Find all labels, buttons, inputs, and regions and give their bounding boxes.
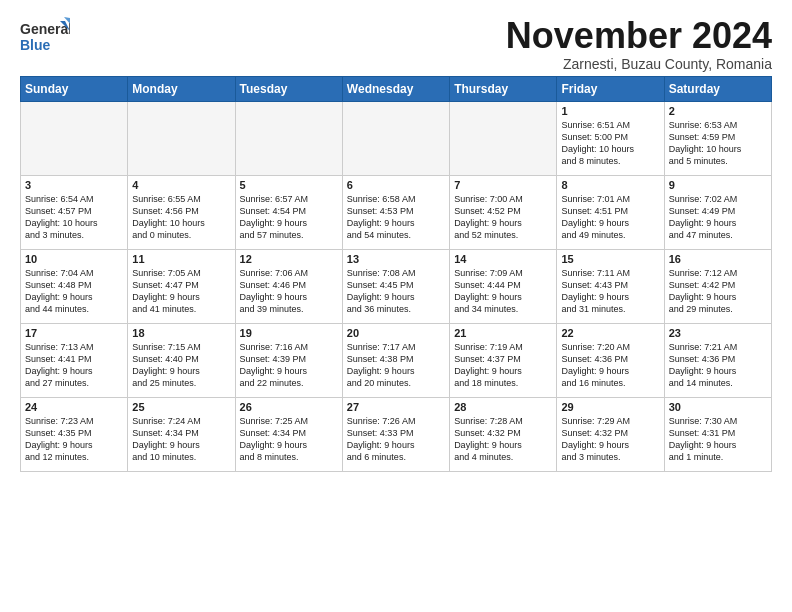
day-number: 18 bbox=[132, 327, 230, 339]
day-cell: 6Sunrise: 6:58 AM Sunset: 4:53 PM Daylig… bbox=[342, 175, 449, 249]
day-cell: 20Sunrise: 7:17 AM Sunset: 4:38 PM Dayli… bbox=[342, 323, 449, 397]
svg-text:Blue: Blue bbox=[20, 37, 51, 53]
day-number: 15 bbox=[561, 253, 659, 265]
col-friday: Friday bbox=[557, 76, 664, 101]
day-number: 4 bbox=[132, 179, 230, 191]
day-info: Sunrise: 7:08 AM Sunset: 4:45 PM Dayligh… bbox=[347, 267, 445, 316]
day-cell: 4Sunrise: 6:55 AM Sunset: 4:56 PM Daylig… bbox=[128, 175, 235, 249]
day-number: 30 bbox=[669, 401, 767, 413]
day-cell bbox=[450, 101, 557, 175]
week-row-3: 17Sunrise: 7:13 AM Sunset: 4:41 PM Dayli… bbox=[21, 323, 772, 397]
day-number: 3 bbox=[25, 179, 123, 191]
day-number: 19 bbox=[240, 327, 338, 339]
day-info: Sunrise: 7:05 AM Sunset: 4:47 PM Dayligh… bbox=[132, 267, 230, 316]
day-cell bbox=[21, 101, 128, 175]
day-number: 9 bbox=[669, 179, 767, 191]
day-cell: 28Sunrise: 7:28 AM Sunset: 4:32 PM Dayli… bbox=[450, 397, 557, 471]
day-cell: 22Sunrise: 7:20 AM Sunset: 4:36 PM Dayli… bbox=[557, 323, 664, 397]
day-info: Sunrise: 6:53 AM Sunset: 4:59 PM Dayligh… bbox=[669, 119, 767, 168]
day-cell: 23Sunrise: 7:21 AM Sunset: 4:36 PM Dayli… bbox=[664, 323, 771, 397]
day-number: 7 bbox=[454, 179, 552, 191]
day-cell: 29Sunrise: 7:29 AM Sunset: 4:32 PM Dayli… bbox=[557, 397, 664, 471]
day-info: Sunrise: 7:00 AM Sunset: 4:52 PM Dayligh… bbox=[454, 193, 552, 242]
day-info: Sunrise: 7:26 AM Sunset: 4:33 PM Dayligh… bbox=[347, 415, 445, 464]
day-number: 11 bbox=[132, 253, 230, 265]
day-cell: 30Sunrise: 7:30 AM Sunset: 4:31 PM Dayli… bbox=[664, 397, 771, 471]
day-cell: 17Sunrise: 7:13 AM Sunset: 4:41 PM Dayli… bbox=[21, 323, 128, 397]
header-row: Sunday Monday Tuesday Wednesday Thursday… bbox=[21, 76, 772, 101]
calendar-table: Sunday Monday Tuesday Wednesday Thursday… bbox=[20, 76, 772, 472]
day-cell: 12Sunrise: 7:06 AM Sunset: 4:46 PM Dayli… bbox=[235, 249, 342, 323]
day-cell bbox=[128, 101, 235, 175]
day-cell: 2Sunrise: 6:53 AM Sunset: 4:59 PM Daylig… bbox=[664, 101, 771, 175]
day-number: 13 bbox=[347, 253, 445, 265]
day-number: 2 bbox=[669, 105, 767, 117]
day-number: 26 bbox=[240, 401, 338, 413]
day-info: Sunrise: 7:23 AM Sunset: 4:35 PM Dayligh… bbox=[25, 415, 123, 464]
day-info: Sunrise: 6:51 AM Sunset: 5:00 PM Dayligh… bbox=[561, 119, 659, 168]
day-number: 1 bbox=[561, 105, 659, 117]
week-row-1: 3Sunrise: 6:54 AM Sunset: 4:57 PM Daylig… bbox=[21, 175, 772, 249]
day-cell: 10Sunrise: 7:04 AM Sunset: 4:48 PM Dayli… bbox=[21, 249, 128, 323]
day-cell: 5Sunrise: 6:57 AM Sunset: 4:54 PM Daylig… bbox=[235, 175, 342, 249]
day-number: 17 bbox=[25, 327, 123, 339]
day-cell: 8Sunrise: 7:01 AM Sunset: 4:51 PM Daylig… bbox=[557, 175, 664, 249]
day-number: 24 bbox=[25, 401, 123, 413]
logo: GeneralBlue bbox=[20, 16, 70, 56]
col-tuesday: Tuesday bbox=[235, 76, 342, 101]
day-cell: 7Sunrise: 7:00 AM Sunset: 4:52 PM Daylig… bbox=[450, 175, 557, 249]
day-info: Sunrise: 6:58 AM Sunset: 4:53 PM Dayligh… bbox=[347, 193, 445, 242]
day-info: Sunrise: 7:12 AM Sunset: 4:42 PM Dayligh… bbox=[669, 267, 767, 316]
day-number: 10 bbox=[25, 253, 123, 265]
day-cell: 25Sunrise: 7:24 AM Sunset: 4:34 PM Dayli… bbox=[128, 397, 235, 471]
day-number: 5 bbox=[240, 179, 338, 191]
day-info: Sunrise: 7:02 AM Sunset: 4:49 PM Dayligh… bbox=[669, 193, 767, 242]
page: GeneralBlue November 2024 Zarnesti, Buza… bbox=[0, 0, 792, 482]
day-cell: 15Sunrise: 7:11 AM Sunset: 4:43 PM Dayli… bbox=[557, 249, 664, 323]
col-monday: Monday bbox=[128, 76, 235, 101]
day-number: 20 bbox=[347, 327, 445, 339]
day-info: Sunrise: 7:29 AM Sunset: 4:32 PM Dayligh… bbox=[561, 415, 659, 464]
day-info: Sunrise: 7:28 AM Sunset: 4:32 PM Dayligh… bbox=[454, 415, 552, 464]
day-info: Sunrise: 7:25 AM Sunset: 4:34 PM Dayligh… bbox=[240, 415, 338, 464]
header: GeneralBlue November 2024 Zarnesti, Buza… bbox=[20, 16, 772, 72]
day-info: Sunrise: 7:24 AM Sunset: 4:34 PM Dayligh… bbox=[132, 415, 230, 464]
day-number: 22 bbox=[561, 327, 659, 339]
day-cell: 19Sunrise: 7:16 AM Sunset: 4:39 PM Dayli… bbox=[235, 323, 342, 397]
day-cell bbox=[342, 101, 449, 175]
day-cell: 18Sunrise: 7:15 AM Sunset: 4:40 PM Dayli… bbox=[128, 323, 235, 397]
day-number: 27 bbox=[347, 401, 445, 413]
col-wednesday: Wednesday bbox=[342, 76, 449, 101]
day-info: Sunrise: 7:15 AM Sunset: 4:40 PM Dayligh… bbox=[132, 341, 230, 390]
week-row-0: 1Sunrise: 6:51 AM Sunset: 5:00 PM Daylig… bbox=[21, 101, 772, 175]
subtitle: Zarnesti, Buzau County, Romania bbox=[506, 56, 772, 72]
day-number: 12 bbox=[240, 253, 338, 265]
col-saturday: Saturday bbox=[664, 76, 771, 101]
day-info: Sunrise: 7:20 AM Sunset: 4:36 PM Dayligh… bbox=[561, 341, 659, 390]
title-block: November 2024 Zarnesti, Buzau County, Ro… bbox=[506, 16, 772, 72]
day-cell: 1Sunrise: 6:51 AM Sunset: 5:00 PM Daylig… bbox=[557, 101, 664, 175]
day-cell: 13Sunrise: 7:08 AM Sunset: 4:45 PM Dayli… bbox=[342, 249, 449, 323]
day-cell: 27Sunrise: 7:26 AM Sunset: 4:33 PM Dayli… bbox=[342, 397, 449, 471]
day-number: 16 bbox=[669, 253, 767, 265]
day-info: Sunrise: 7:21 AM Sunset: 4:36 PM Dayligh… bbox=[669, 341, 767, 390]
day-cell bbox=[235, 101, 342, 175]
day-number: 8 bbox=[561, 179, 659, 191]
day-cell: 21Sunrise: 7:19 AM Sunset: 4:37 PM Dayli… bbox=[450, 323, 557, 397]
day-number: 14 bbox=[454, 253, 552, 265]
day-info: Sunrise: 7:19 AM Sunset: 4:37 PM Dayligh… bbox=[454, 341, 552, 390]
day-info: Sunrise: 6:55 AM Sunset: 4:56 PM Dayligh… bbox=[132, 193, 230, 242]
day-info: Sunrise: 6:57 AM Sunset: 4:54 PM Dayligh… bbox=[240, 193, 338, 242]
week-row-2: 10Sunrise: 7:04 AM Sunset: 4:48 PM Dayli… bbox=[21, 249, 772, 323]
day-info: Sunrise: 7:11 AM Sunset: 4:43 PM Dayligh… bbox=[561, 267, 659, 316]
day-number: 6 bbox=[347, 179, 445, 191]
day-cell: 26Sunrise: 7:25 AM Sunset: 4:34 PM Dayli… bbox=[235, 397, 342, 471]
col-thursday: Thursday bbox=[450, 76, 557, 101]
day-info: Sunrise: 7:09 AM Sunset: 4:44 PM Dayligh… bbox=[454, 267, 552, 316]
day-cell: 3Sunrise: 6:54 AM Sunset: 4:57 PM Daylig… bbox=[21, 175, 128, 249]
day-number: 28 bbox=[454, 401, 552, 413]
day-info: Sunrise: 7:17 AM Sunset: 4:38 PM Dayligh… bbox=[347, 341, 445, 390]
month-title: November 2024 bbox=[506, 16, 772, 56]
day-number: 21 bbox=[454, 327, 552, 339]
day-info: Sunrise: 6:54 AM Sunset: 4:57 PM Dayligh… bbox=[25, 193, 123, 242]
